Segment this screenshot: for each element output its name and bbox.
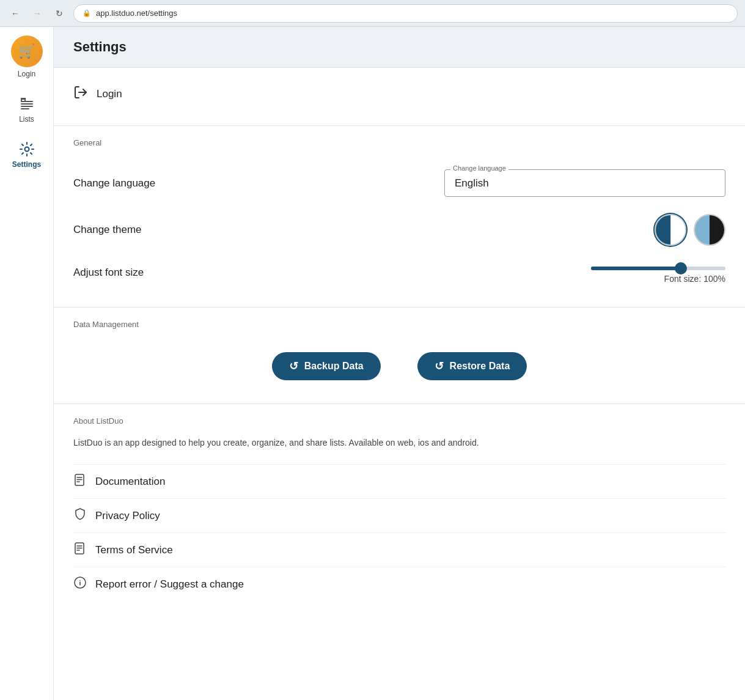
svg-rect-3 — [21, 106, 33, 107]
page-title: Settings — [73, 39, 725, 55]
app-container: 🛒 Login Lists — [0, 27, 745, 700]
backup-label: Backup Data — [304, 361, 364, 372]
backup-icon: ↺ — [289, 359, 298, 373]
font-size-display: Font size: 100% — [664, 274, 725, 284]
terms-label: Terms of Service — [95, 544, 173, 556]
browser-chrome: ← → ↻ 🔒 app.listduo.net/settings — [0, 0, 745, 27]
page-header: Settings — [54, 27, 745, 68]
svg-point-8 — [24, 147, 29, 152]
terms-icon — [73, 542, 87, 558]
data-management-section: Data Management ↺ Backup Data ↺ Restore … — [54, 308, 745, 404]
login-arrow-icon — [73, 85, 88, 103]
language-select-legend: Change language — [450, 164, 508, 172]
privacy-link[interactable]: Privacy Policy — [73, 498, 725, 532]
font-size-setting-row: Adjust font size Font size: 100% — [73, 252, 725, 290]
about-section: About ListDuo ListDuo is an app designed… — [54, 404, 745, 618]
restore-icon: ↺ — [435, 359, 444, 373]
theme-control — [655, 214, 725, 246]
restore-label: Restore Data — [450, 361, 510, 372]
theme-dark-button[interactable] — [694, 214, 725, 246]
svg-rect-1 — [21, 101, 33, 102]
refresh-button[interactable]: ↻ — [51, 6, 67, 21]
svg-rect-7 — [21, 98, 26, 99]
settings-icon — [18, 141, 35, 158]
font-size-slider-track[interactable] — [591, 267, 725, 270]
sidebar-item-settings[interactable]: Settings — [0, 132, 53, 177]
main-content: Settings Login General Change language — [54, 27, 745, 700]
language-setting-row: Change language Change language English … — [73, 158, 725, 203]
backup-button[interactable]: ↺ Backup Data — [272, 352, 381, 380]
report-label: Report error / Suggest a change — [95, 578, 244, 591]
documentation-icon — [73, 473, 87, 490]
report-link[interactable]: Report error / Suggest a change — [73, 567, 725, 601]
general-section-label: General — [73, 138, 725, 147]
address-bar[interactable]: 🔒 app.listduo.net/settings — [73, 4, 738, 23]
login-label: Login — [97, 88, 122, 100]
lists-icon — [18, 95, 35, 112]
sidebar-item-lists[interactable]: Lists — [0, 87, 53, 132]
lock-icon: 🔒 — [83, 9, 91, 17]
about-description: ListDuo is an app designed to help you c… — [73, 437, 725, 449]
privacy-icon — [73, 507, 87, 524]
sidebar-label-login: Login — [18, 70, 35, 78]
slider-thumb[interactable] — [675, 262, 687, 274]
url-text: app.listduo.net/settings — [96, 9, 177, 18]
sidebar-label-lists: Lists — [19, 115, 34, 123]
avatar: 🛒 — [11, 35, 43, 67]
sidebar: 🛒 Login Lists — [0, 27, 54, 700]
documentation-label: Documentation — [95, 476, 165, 488]
data-management-label: Data Management — [73, 320, 725, 329]
data-management-buttons: ↺ Backup Data ↺ Restore Data — [73, 340, 725, 386]
login-section: Login — [54, 68, 745, 126]
sidebar-item-login[interactable]: 🛒 Login — [0, 27, 53, 87]
back-button[interactable]: ← — [7, 6, 23, 21]
terms-link[interactable]: Terms of Service — [73, 532, 725, 567]
documentation-link[interactable]: Documentation — [73, 464, 725, 498]
theme-light-button[interactable] — [655, 214, 686, 246]
svg-rect-4 — [21, 108, 29, 109]
language-select[interactable]: English Spanish French German Portuguese — [444, 169, 725, 197]
language-label: Change language — [73, 177, 155, 190]
theme-label: Change theme — [73, 224, 142, 236]
forward-button[interactable]: → — [29, 6, 45, 21]
slider-fill — [591, 267, 681, 270]
report-icon — [73, 576, 87, 592]
restore-button[interactable]: ↺ Restore Data — [417, 352, 527, 380]
language-select-container: Change language English Spanish French G… — [444, 169, 725, 197]
font-size-label: Adjust font size — [73, 267, 144, 279]
general-section: General Change language Change language … — [54, 126, 745, 308]
avatar-icon: 🛒 — [18, 43, 35, 59]
privacy-label: Privacy Policy — [95, 510, 160, 522]
svg-rect-2 — [21, 103, 33, 105]
login-row[interactable]: Login — [73, 80, 725, 108]
svg-point-20 — [79, 580, 81, 581]
about-section-label: About ListDuo — [73, 416, 725, 426]
language-control: Change language English Spanish French G… — [444, 169, 725, 197]
theme-setting-row: Change theme — [73, 203, 725, 252]
sidebar-label-settings: Settings — [12, 160, 41, 169]
font-size-control: Font size: 100% — [591, 267, 725, 284]
